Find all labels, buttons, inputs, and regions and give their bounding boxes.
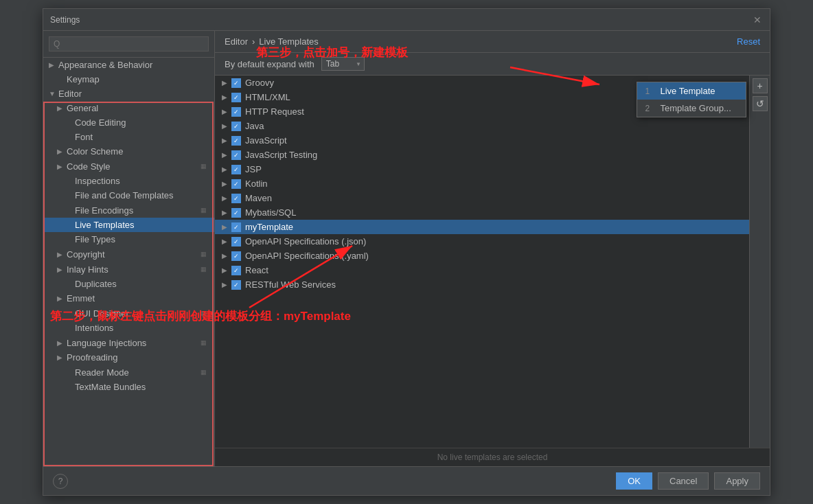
- template-group-row[interactable]: ▶ Mybatis/SQL: [215, 205, 749, 220]
- sidebar-item-inspections[interactable]: Inspections: [43, 174, 214, 188]
- template-group-row[interactable]: ▶ JSP: [215, 162, 749, 176]
- sidebar-item-general[interactable]: ▶ General: [43, 101, 214, 115]
- popup-item-num: 1: [645, 87, 655, 96]
- search-bar: [43, 31, 214, 58]
- sidebar-item-font[interactable]: Font: [43, 130, 214, 144]
- template-checkbox[interactable]: [231, 222, 241, 232]
- templates-area: ▶ Groovy ▶ HTML/XML ▶ HTTP Request: [215, 76, 770, 448]
- collapse-arrow: ▶: [57, 266, 67, 273]
- template-group-row[interactable]: ▶ Maven: [215, 191, 749, 205]
- template-checkbox[interactable]: [231, 280, 241, 290]
- sidebar-item-reader-mode[interactable]: Reader Mode ▦: [43, 365, 214, 380]
- expand-arrow-icon: ▶: [222, 281, 231, 288]
- cancel-button[interactable]: Cancel: [658, 472, 709, 490]
- sidebar-item-label: Inlay Hints: [67, 264, 198, 275]
- collapse-arrow: ▶: [57, 354, 67, 361]
- collapse-arrow: ▶: [57, 251, 67, 258]
- popup-item-live-template[interactable]: 1 Live Template: [637, 82, 746, 100]
- sidebar-item-file-code-templates[interactable]: File and Code Templates: [43, 188, 214, 203]
- expand-icon: ▦: [198, 264, 209, 275]
- template-checkbox[interactable]: [231, 208, 241, 218]
- template-group-row[interactable]: ▶ Kotlin: [215, 176, 749, 191]
- sidebar-item-label: Appearance & Behavior: [58, 60, 209, 70]
- template-checkbox[interactable]: [231, 194, 241, 203]
- sidebar-item-textmate-bundles[interactable]: TextMate Bundles: [43, 380, 214, 394]
- sidebar-item-label: Emmet: [67, 293, 209, 303]
- sidebar-item-emmet[interactable]: ▶ Emmet: [43, 291, 214, 306]
- sidebar-item-proofreading[interactable]: ▶ Proofreading: [43, 350, 214, 365]
- template-checkbox[interactable]: [231, 150, 241, 160]
- template-checkbox[interactable]: [231, 179, 241, 189]
- template-group-row[interactable]: ▶ JavaScript Testing: [215, 148, 749, 162]
- sidebar-item-duplicates[interactable]: Duplicates: [43, 277, 214, 291]
- sidebar-item-label: GUI Designer: [75, 308, 198, 319]
- breadcrumb-sep: ›: [252, 36, 255, 47]
- expand-with-dropdown[interactable]: Tab Enter Space: [321, 57, 365, 71]
- ok-button[interactable]: OK: [616, 472, 652, 490]
- sidebar: ▶ Appearance & Behavior Keymap ▼ Editor …: [43, 31, 215, 466]
- sidebar-item-editor[interactable]: ▼ Editor: [43, 87, 214, 101]
- template-checkbox[interactable]: [231, 78, 241, 88]
- template-group-row[interactable]: ▶ OpenAPI Specifications (.yaml): [215, 249, 749, 263]
- expand-icon: ▦: [198, 161, 209, 172]
- sidebar-item-label: Duplicates: [75, 279, 209, 289]
- template-group-row[interactable]: ▶ OpenAPI Specifications (.json): [215, 234, 749, 249]
- template-group-row-mytemplate[interactable]: ▶ myTemplate: [215, 220, 749, 234]
- template-group-row[interactable]: ▶ React: [215, 263, 749, 277]
- apply-button[interactable]: Apply: [714, 472, 760, 490]
- template-group-row[interactable]: ▶ RESTful Web Services: [215, 277, 749, 292]
- panel-header: Editor › Live Templates Reset: [215, 31, 770, 53]
- collapse-arrow: ▶: [57, 148, 67, 155]
- sidebar-item-keymap[interactable]: Keymap: [43, 72, 214, 87]
- help-button[interactable]: ?: [53, 474, 68, 489]
- sidebar-item-file-encodings[interactable]: File Encodings ▦: [43, 203, 214, 218]
- sidebar-item-label: Keymap: [67, 74, 209, 84]
- search-input[interactable]: [49, 36, 209, 51]
- close-button[interactable]: ✕: [752, 14, 763, 25]
- expand-icon: ▦: [198, 249, 209, 260]
- title-bar: Settings ✕: [43, 9, 770, 31]
- template-checkbox[interactable]: [231, 165, 241, 174]
- sidebar-item-intentions[interactable]: Intentions: [43, 321, 214, 335]
- sidebar-item-copyright[interactable]: ▶ Copyright ▦: [43, 247, 214, 262]
- template-checkbox[interactable]: [231, 251, 241, 261]
- sidebar-item-code-editing[interactable]: Code Editing: [43, 115, 214, 130]
- template-group-name: Mybatis/SQL: [245, 207, 742, 218]
- expand-arrow-icon: ▶: [222, 252, 231, 260]
- sidebar-item-file-types[interactable]: File Types: [43, 232, 214, 247]
- sidebar-item-color-scheme[interactable]: ▶ Color Scheme: [43, 144, 214, 159]
- sidebar-item-live-templates[interactable]: Live Templates: [43, 218, 214, 232]
- template-checkbox[interactable]: [231, 122, 241, 131]
- add-button[interactable]: + 1 Live Template 2 Template Group...: [753, 78, 768, 93]
- sidebar-item-label: Inspections: [75, 176, 209, 186]
- popup-item-template-group[interactable]: 2 Template Group...: [637, 100, 746, 117]
- sidebar-item-label: Language Injections: [67, 338, 198, 348]
- sidebar-item-code-style[interactable]: ▶ Code Style ▦: [43, 159, 214, 174]
- template-checkbox[interactable]: [231, 136, 241, 146]
- template-checkbox[interactable]: [231, 93, 241, 102]
- template-checkbox[interactable]: [231, 107, 241, 117]
- collapse-arrow: ▼: [49, 90, 58, 98]
- side-actions: + 1 Live Template 2 Template Group...: [749, 76, 770, 448]
- sidebar-item-label: General: [67, 103, 209, 113]
- sidebar-item-gui-designer[interactable]: GUI Designer ▦: [43, 306, 214, 321]
- undo-button[interactable]: ↺: [753, 96, 768, 111]
- template-group-row[interactable]: ▶ JavaScript: [215, 133, 749, 148]
- template-group-name: React: [245, 265, 742, 275]
- expand-icon: ▦: [198, 337, 209, 348]
- reset-button[interactable]: Reset: [737, 36, 760, 47]
- sidebar-item-appearance[interactable]: ▶ Appearance & Behavior: [43, 58, 214, 72]
- template-group-name: OpenAPI Specifications (.yaml): [245, 251, 742, 261]
- expand-arrow-icon: ▶: [222, 194, 231, 202]
- main-content: ▶ Appearance & Behavior Keymap ▼ Editor …: [43, 31, 770, 466]
- template-group-name: Java: [245, 121, 742, 131]
- sidebar-item-label: Live Templates: [75, 220, 209, 230]
- sidebar-item-language-injections[interactable]: ▶ Language Injections ▦: [43, 335, 214, 350]
- sidebar-item-label: Editor: [58, 89, 209, 99]
- sidebar-item-inlay-hints[interactable]: ▶ Inlay Hints ▦: [43, 262, 214, 277]
- breadcrumb-root: Editor: [225, 36, 248, 47]
- bottom-info: No live templates are selected: [215, 448, 770, 466]
- template-group-row[interactable]: ▶ Java: [215, 119, 749, 133]
- template-checkbox[interactable]: [231, 237, 241, 247]
- template-checkbox[interactable]: [231, 266, 241, 275]
